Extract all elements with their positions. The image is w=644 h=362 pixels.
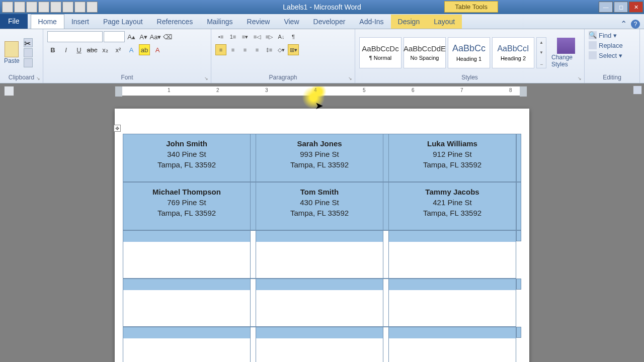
show-hide-button[interactable]: ¶: [288, 31, 299, 42]
clear-formatting-icon[interactable]: ⌫: [162, 31, 173, 42]
tab-mailings[interactable]: Mailings: [200, 15, 239, 29]
style-preview: AaBbCcI: [497, 44, 529, 53]
increase-indent-button[interactable]: ≡▷: [264, 31, 275, 42]
label-cell[interactable]: Michael Thompson769 Pine StTampa, FL 335…: [123, 182, 251, 230]
row-end-handle[interactable]: [516, 327, 521, 338]
tab-page-layout[interactable]: Page Layout: [96, 15, 150, 29]
grow-font-icon[interactable]: A▴: [126, 31, 137, 42]
table-row: John Smith340 Pine StTampa, FL 33592Sara…: [123, 134, 521, 182]
decrease-indent-button[interactable]: ≡◁: [252, 31, 263, 42]
styles-expand-icon[interactable]: ↘: [576, 75, 583, 82]
label-table[interactable]: John Smith340 Pine StTampa, FL 33592Sara…: [123, 134, 521, 362]
shading-button[interactable]: ◇▾: [276, 44, 287, 55]
align-left-button[interactable]: ≡: [215, 44, 226, 55]
table-move-handle[interactable]: ✥: [114, 125, 121, 132]
align-right-button[interactable]: ≡: [239, 44, 251, 55]
label-cell[interactable]: John Smith340 Pine StTampa, FL 33592: [123, 134, 251, 182]
open-icon[interactable]: [62, 2, 73, 13]
superscript-button[interactable]: x²: [113, 44, 124, 55]
bold-button[interactable]: B: [47, 44, 58, 55]
label-cell[interactable]: [256, 327, 383, 362]
style-heading-1[interactable]: AaBbCc Heading 1: [448, 37, 490, 68]
find-button[interactable]: 🔍 Find ▾: [589, 31, 635, 39]
style-no-spacing[interactable]: AaBbCcDdE No Spacing: [404, 37, 446, 68]
borders-button[interactable]: ⊞▾: [288, 44, 299, 55]
text-effects-icon[interactable]: A: [126, 44, 137, 55]
font-expand-icon[interactable]: ↘: [203, 75, 210, 82]
ruler-corner[interactable]: [4, 86, 14, 96]
tab-insert[interactable]: Insert: [64, 15, 96, 29]
justify-button[interactable]: ≡: [252, 44, 263, 55]
cut-icon[interactable]: ✂: [24, 38, 33, 47]
change-styles-button[interactable]: Change Styles: [551, 38, 580, 68]
style-heading-2[interactable]: AaBbCcI Heading 2: [492, 37, 534, 68]
format-painter-icon[interactable]: [24, 58, 33, 67]
label-cell[interactable]: [256, 279, 383, 327]
word-icon[interactable]: [2, 2, 13, 13]
ruler-toggle-icon[interactable]: [633, 85, 642, 95]
label-cell[interactable]: [256, 230, 383, 279]
tab-review[interactable]: Review: [240, 15, 277, 29]
print-preview-icon[interactable]: [87, 2, 98, 13]
paste-button[interactable]: Paste: [4, 41, 20, 64]
tab-file[interactable]: File: [0, 14, 28, 29]
copy-icon[interactable]: [24, 48, 33, 57]
select-button[interactable]: Select ▾: [589, 51, 635, 59]
row-end-handle[interactable]: [516, 279, 521, 290]
styles-more-button[interactable]: ▲▼⎯: [536, 37, 546, 68]
horizontal-ruler[interactable]: 12345678: [115, 86, 527, 96]
replace-button[interactable]: Replace: [589, 41, 635, 49]
highlight-color-button[interactable]: ab: [139, 44, 150, 55]
save-icon[interactable]: [14, 2, 25, 13]
change-case-icon[interactable]: Aa▾: [150, 31, 161, 42]
paragraph-expand-icon[interactable]: ↘: [347, 75, 354, 82]
close-button[interactable]: ✕: [629, 2, 643, 13]
label-cell[interactable]: [123, 327, 251, 362]
maximize-button[interactable]: ◻: [614, 2, 628, 13]
font-size-select[interactable]: [104, 31, 125, 42]
tab-layout[interactable]: Layout: [427, 15, 462, 29]
document-area[interactable]: ✥ John Smith340 Pine StTampa, FL 33592Sa…: [0, 99, 644, 362]
italic-button[interactable]: I: [60, 44, 71, 55]
help-icon[interactable]: ?: [631, 20, 640, 29]
tab-references[interactable]: References: [150, 15, 200, 29]
underline-button[interactable]: U: [73, 44, 85, 55]
minimize-button[interactable]: —: [599, 2, 613, 13]
label-cell[interactable]: [123, 230, 251, 279]
tab-design[interactable]: Design: [391, 15, 427, 29]
tab-view[interactable]: View: [277, 15, 306, 29]
bullets-button[interactable]: •≡: [215, 31, 226, 42]
page[interactable]: ✥ John Smith340 Pine StTampa, FL 33592Sa…: [115, 109, 529, 362]
sort-button[interactable]: A↓: [276, 31, 287, 42]
align-center-button[interactable]: ≡: [227, 44, 238, 55]
style-normal[interactable]: AaBbCcDc Normal: [359, 37, 401, 68]
undo-icon[interactable]: [26, 2, 37, 13]
tab-addins[interactable]: Add-Ins: [352, 15, 390, 29]
new-icon[interactable]: [50, 2, 61, 13]
clipboard-expand-icon[interactable]: ↘: [35, 75, 42, 82]
row-end-handle[interactable]: [516, 230, 521, 241]
tab-developer[interactable]: Developer: [306, 15, 353, 29]
label-cell[interactable]: Luka Williams912 Pine StTampa, FL 33592: [388, 134, 516, 182]
tab-home[interactable]: Home: [31, 14, 64, 29]
font-color-button[interactable]: A: [152, 44, 163, 55]
row-end-handle[interactable]: [516, 134, 521, 182]
label-cell[interactable]: [388, 279, 516, 327]
multilevel-list-button[interactable]: ≡▾: [239, 31, 251, 42]
quick-print-icon[interactable]: [74, 2, 86, 13]
shrink-font-icon[interactable]: A▾: [138, 31, 149, 42]
line-spacing-button[interactable]: ‡≡: [264, 44, 275, 55]
subscript-button[interactable]: x₂: [100, 44, 111, 55]
row-end-handle[interactable]: [516, 182, 521, 230]
font-family-select[interactable]: [47, 31, 103, 42]
label-cell[interactable]: [388, 230, 516, 279]
label-cell[interactable]: Sarah Jones993 Pine StTampa, FL 33592: [256, 134, 383, 182]
strikethrough-button[interactable]: abc: [87, 44, 98, 55]
minimize-ribbon-icon[interactable]: ⌃: [620, 19, 627, 29]
label-cell[interactable]: [388, 327, 516, 362]
label-cell[interactable]: [123, 279, 251, 327]
label-cell[interactable]: Tom Smith430 Pine StTampa, FL 33592: [256, 182, 383, 230]
redo-icon[interactable]: [38, 2, 49, 13]
numbering-button[interactable]: 1≡: [227, 31, 238, 42]
label-cell[interactable]: Tammy Jacobs421 Pine StTampa, FL 33592: [388, 182, 516, 230]
